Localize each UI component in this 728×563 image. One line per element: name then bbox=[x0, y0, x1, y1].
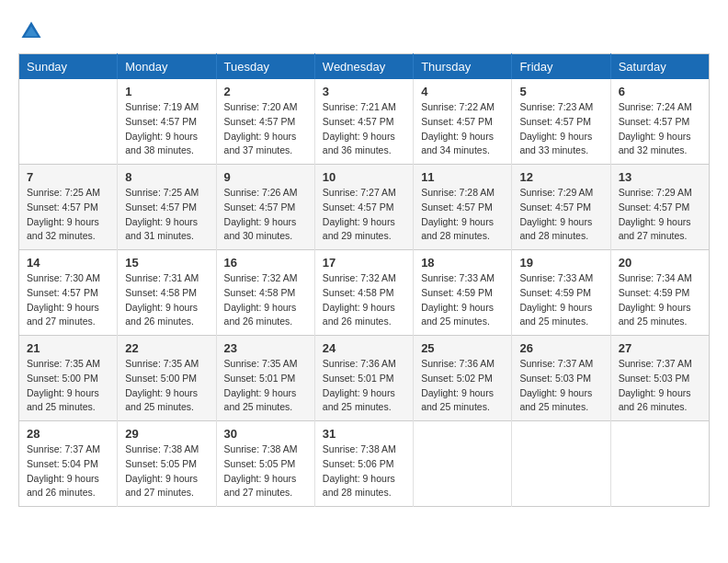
calendar-cell: 20Sunrise: 7:34 AM Sunset: 4:59 PM Dayli… bbox=[610, 250, 709, 336]
calendar-cell: 14Sunrise: 7:30 AM Sunset: 4:57 PM Dayli… bbox=[19, 250, 118, 336]
day-info: Sunrise: 7:25 AM Sunset: 4:57 PM Dayligh… bbox=[27, 186, 109, 244]
day-info: Sunrise: 7:35 AM Sunset: 5:00 PM Dayligh… bbox=[125, 357, 208, 415]
day-number: 15 bbox=[125, 256, 208, 270]
calendar-cell: 28Sunrise: 7:37 AM Sunset: 5:04 PM Dayli… bbox=[19, 421, 118, 507]
day-info: Sunrise: 7:30 AM Sunset: 4:57 PM Dayligh… bbox=[27, 271, 109, 329]
calendar-cell: 25Sunrise: 7:36 AM Sunset: 5:02 PM Dayli… bbox=[414, 336, 512, 421]
calendar-cell: 5Sunrise: 7:23 AM Sunset: 4:57 PM Daylig… bbox=[512, 79, 610, 165]
day-info: Sunrise: 7:35 AM Sunset: 5:00 PM Dayligh… bbox=[27, 357, 109, 415]
header-monday: Monday bbox=[118, 54, 216, 80]
day-info: Sunrise: 7:23 AM Sunset: 4:57 PM Dayligh… bbox=[519, 100, 602, 158]
day-info: Sunrise: 7:36 AM Sunset: 5:02 PM Dayligh… bbox=[421, 357, 504, 415]
calendar-cell: 30Sunrise: 7:38 AM Sunset: 5:05 PM Dayli… bbox=[216, 421, 314, 507]
header-saturday: Saturday bbox=[610, 54, 709, 80]
calendar-cell: 4Sunrise: 7:22 AM Sunset: 4:57 PM Daylig… bbox=[414, 79, 512, 165]
calendar-table: SundayMondayTuesdayWednesdayThursdayFrid… bbox=[18, 53, 710, 507]
day-number: 30 bbox=[224, 427, 307, 441]
logo bbox=[18, 18, 46, 44]
calendar-cell: 6Sunrise: 7:24 AM Sunset: 4:57 PM Daylig… bbox=[610, 79, 709, 165]
calendar-cell bbox=[512, 421, 610, 507]
day-info: Sunrise: 7:29 AM Sunset: 4:57 PM Dayligh… bbox=[619, 186, 701, 244]
day-number: 29 bbox=[125, 427, 208, 441]
header-sunday: Sunday bbox=[19, 54, 118, 80]
calendar-cell: 21Sunrise: 7:35 AM Sunset: 5:00 PM Dayli… bbox=[19, 336, 118, 421]
day-info: Sunrise: 7:28 AM Sunset: 4:57 PM Dayligh… bbox=[421, 186, 504, 244]
calendar-week-row: 14Sunrise: 7:30 AM Sunset: 4:57 PM Dayli… bbox=[19, 250, 710, 336]
day-info: Sunrise: 7:37 AM Sunset: 5:03 PM Dayligh… bbox=[619, 357, 701, 415]
day-info: Sunrise: 7:37 AM Sunset: 5:04 PM Dayligh… bbox=[27, 442, 109, 500]
day-number: 25 bbox=[421, 341, 504, 355]
calendar-cell: 27Sunrise: 7:37 AM Sunset: 5:03 PM Dayli… bbox=[610, 336, 709, 421]
calendar-header-row: SundayMondayTuesdayWednesdayThursdayFrid… bbox=[19, 54, 710, 80]
day-number: 18 bbox=[421, 256, 504, 270]
day-info: Sunrise: 7:36 AM Sunset: 5:01 PM Dayligh… bbox=[323, 357, 405, 415]
day-info: Sunrise: 7:32 AM Sunset: 4:58 PM Dayligh… bbox=[323, 271, 405, 329]
day-number: 21 bbox=[27, 341, 109, 355]
day-info: Sunrise: 7:21 AM Sunset: 4:57 PM Dayligh… bbox=[323, 100, 405, 158]
day-info: Sunrise: 7:24 AM Sunset: 4:57 PM Dayligh… bbox=[619, 100, 701, 158]
day-number: 4 bbox=[421, 85, 504, 98]
day-number: 17 bbox=[323, 256, 405, 270]
calendar-cell: 18Sunrise: 7:33 AM Sunset: 4:59 PM Dayli… bbox=[414, 250, 512, 336]
header-thursday: Thursday bbox=[414, 54, 512, 80]
calendar-cell bbox=[610, 421, 709, 507]
day-info: Sunrise: 7:34 AM Sunset: 4:59 PM Dayligh… bbox=[619, 271, 701, 329]
calendar-cell: 15Sunrise: 7:31 AM Sunset: 4:58 PM Dayli… bbox=[118, 250, 216, 336]
day-info: Sunrise: 7:22 AM Sunset: 4:57 PM Dayligh… bbox=[421, 100, 504, 158]
day-info: Sunrise: 7:26 AM Sunset: 4:57 PM Dayligh… bbox=[224, 186, 307, 244]
calendar-week-row: 7Sunrise: 7:25 AM Sunset: 4:57 PM Daylig… bbox=[19, 165, 710, 250]
calendar-cell: 1Sunrise: 7:19 AM Sunset: 4:57 PM Daylig… bbox=[118, 79, 216, 165]
day-number: 22 bbox=[125, 341, 208, 355]
day-number: 1 bbox=[125, 85, 208, 98]
calendar-week-row: 28Sunrise: 7:37 AM Sunset: 5:04 PM Dayli… bbox=[19, 421, 710, 507]
header-wednesday: Wednesday bbox=[314, 54, 413, 80]
calendar-cell bbox=[19, 79, 118, 165]
calendar-cell bbox=[414, 421, 512, 507]
day-number: 8 bbox=[125, 170, 208, 184]
header-tuesday: Tuesday bbox=[216, 54, 314, 80]
day-number: 24 bbox=[323, 341, 405, 355]
day-number: 12 bbox=[519, 170, 602, 184]
day-number: 6 bbox=[619, 85, 701, 98]
calendar-cell: 17Sunrise: 7:32 AM Sunset: 4:58 PM Dayli… bbox=[314, 250, 413, 336]
day-number: 11 bbox=[421, 170, 504, 184]
calendar-cell: 19Sunrise: 7:33 AM Sunset: 4:59 PM Dayli… bbox=[512, 250, 610, 336]
day-number: 10 bbox=[323, 170, 405, 184]
calendar-cell: 11Sunrise: 7:28 AM Sunset: 4:57 PM Dayli… bbox=[414, 165, 512, 250]
day-info: Sunrise: 7:29 AM Sunset: 4:57 PM Dayligh… bbox=[519, 186, 602, 244]
calendar-week-row: 21Sunrise: 7:35 AM Sunset: 5:00 PM Dayli… bbox=[19, 336, 710, 421]
day-number: 26 bbox=[519, 341, 602, 355]
calendar-cell: 10Sunrise: 7:27 AM Sunset: 4:57 PM Dayli… bbox=[314, 165, 413, 250]
calendar-cell: 13Sunrise: 7:29 AM Sunset: 4:57 PM Dayli… bbox=[610, 165, 709, 250]
day-info: Sunrise: 7:38 AM Sunset: 5:05 PM Dayligh… bbox=[125, 442, 208, 500]
day-number: 27 bbox=[619, 341, 701, 355]
calendar-cell: 24Sunrise: 7:36 AM Sunset: 5:01 PM Dayli… bbox=[314, 336, 413, 421]
calendar-cell: 16Sunrise: 7:32 AM Sunset: 4:58 PM Dayli… bbox=[216, 250, 314, 336]
day-number: 14 bbox=[27, 256, 109, 270]
day-info: Sunrise: 7:32 AM Sunset: 4:58 PM Dayligh… bbox=[224, 271, 307, 329]
day-number: 9 bbox=[224, 170, 307, 184]
day-info: Sunrise: 7:37 AM Sunset: 5:03 PM Dayligh… bbox=[519, 357, 602, 415]
day-info: Sunrise: 7:38 AM Sunset: 5:06 PM Dayligh… bbox=[323, 442, 405, 500]
logo-icon bbox=[18, 18, 44, 44]
calendar-cell: 3Sunrise: 7:21 AM Sunset: 4:57 PM Daylig… bbox=[314, 79, 413, 165]
calendar-cell: 2Sunrise: 7:20 AM Sunset: 4:57 PM Daylig… bbox=[216, 79, 314, 165]
day-number: 3 bbox=[323, 85, 405, 98]
calendar-cell: 29Sunrise: 7:38 AM Sunset: 5:05 PM Dayli… bbox=[118, 421, 216, 507]
day-info: Sunrise: 7:20 AM Sunset: 4:57 PM Dayligh… bbox=[224, 100, 307, 158]
day-info: Sunrise: 7:38 AM Sunset: 5:05 PM Dayligh… bbox=[224, 442, 307, 500]
day-info: Sunrise: 7:31 AM Sunset: 4:58 PM Dayligh… bbox=[125, 271, 208, 329]
day-number: 5 bbox=[519, 85, 602, 98]
day-number: 23 bbox=[224, 341, 307, 355]
day-info: Sunrise: 7:19 AM Sunset: 4:57 PM Dayligh… bbox=[125, 100, 208, 158]
day-number: 13 bbox=[619, 170, 701, 184]
calendar-cell: 22Sunrise: 7:35 AM Sunset: 5:00 PM Dayli… bbox=[118, 336, 216, 421]
day-number: 7 bbox=[27, 170, 109, 184]
day-number: 19 bbox=[519, 256, 602, 270]
day-info: Sunrise: 7:33 AM Sunset: 4:59 PM Dayligh… bbox=[421, 271, 504, 329]
calendar-cell: 23Sunrise: 7:35 AM Sunset: 5:01 PM Dayli… bbox=[216, 336, 314, 421]
calendar-cell: 26Sunrise: 7:37 AM Sunset: 5:03 PM Dayli… bbox=[512, 336, 610, 421]
calendar-cell: 8Sunrise: 7:25 AM Sunset: 4:57 PM Daylig… bbox=[118, 165, 216, 250]
day-info: Sunrise: 7:27 AM Sunset: 4:57 PM Dayligh… bbox=[323, 186, 405, 244]
header-friday: Friday bbox=[512, 54, 610, 80]
